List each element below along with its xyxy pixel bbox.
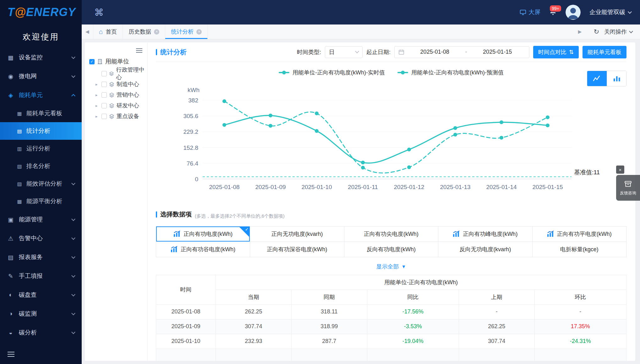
time-cell: 2025-01-10 — [156, 334, 216, 349]
chevron-icon — [71, 74, 75, 78]
tree-checkbox[interactable] — [101, 71, 107, 76]
menu-label: 手工填报 — [19, 272, 43, 280]
sidebar-menu-item[interactable]: ◉ 微电网 — [0, 67, 82, 86]
sidebar-menu-item[interactable]: ▣ 能源管理 — [0, 210, 82, 229]
sidebar-submenu-item[interactable]: ▦ 能耗单元看板 — [0, 105, 82, 122]
tree-root-checkbox[interactable]: ✓ — [89, 59, 95, 64]
sidebar-submenu-item[interactable]: ▩ 能源平衡分析 — [0, 193, 82, 210]
sidebar-submenu-item[interactable]: ▤ 统计分析 — [0, 122, 82, 140]
time-column-header: 时间 — [156, 275, 216, 304]
sidebar-menu-item[interactable]: ▦ 设备监控 — [0, 48, 82, 67]
sidebar-menu-item[interactable]: ◐ 碳盘查 — [0, 285, 82, 304]
table-cell: -19.04% — [367, 334, 459, 349]
time-type-select[interactable]: 日 — [325, 46, 363, 58]
tree-item[interactable]: ▸ 研发中心 — [96, 100, 147, 111]
time-point-compare-button[interactable]: 时间点对比 ⇅ — [533, 46, 579, 58]
tree-checkbox[interactable] — [101, 103, 107, 108]
tree-item[interactable]: ▸ 营销中心 — [96, 90, 147, 100]
org-label: 企业能管双碳 — [589, 8, 625, 16]
svg-text:kWh: kWh — [188, 87, 200, 93]
table-row: 2025-01-08 262.25318.11-17.56%-- — [156, 304, 626, 319]
data-item-cell[interactable]: 反向有功电度(kWh) — [344, 242, 438, 257]
user-avatar[interactable] — [566, 5, 581, 20]
tabs-scroll-left-icon[interactable]: ◀ — [82, 29, 93, 35]
data-item-cell[interactable]: 正向有功深谷电度(kWh) — [250, 242, 344, 257]
notifications-button[interactable]: 99+ — [549, 8, 557, 17]
data-item-cell[interactable]: 反向无功电度(kvarh) — [438, 242, 532, 257]
sidebar-menu-item[interactable]: ◒ 碳分析 — [0, 323, 82, 342]
content-area: ✓ 用能单位 ▸ 行政管理中心 ▸ 制造中心 ▸ 营销中心 ▸ 研发中心 ▸ 重… — [82, 39, 640, 364]
tree-item-label: 重点设备 — [117, 112, 139, 120]
sidebar-submenu-item[interactable]: ▨ 能效评估分析 — [0, 175, 82, 193]
menu-label: 微电网 — [19, 72, 37, 80]
org-switcher[interactable]: 企业能管双碳 — [589, 8, 631, 16]
tree-item[interactable]: ▸ 行政管理中心 — [96, 68, 147, 79]
energy-unit-icon: ◈ — [7, 92, 14, 99]
data-item-label: 反向有功电度(kWh) — [367, 246, 416, 253]
tree-item[interactable]: ▸ 重点设备 — [96, 111, 147, 122]
sidebar-menu-item[interactable]: ◑ 碳监测 — [0, 304, 82, 323]
table-cell: -17.56% — [367, 304, 459, 319]
data-item-cell[interactable]: 正向有功平电度(kWh) — [533, 226, 626, 242]
tab[interactable]: 历史数据 × — [123, 24, 165, 39]
logo-text: T — [8, 6, 15, 19]
caret-right-icon[interactable]: ▸ — [96, 93, 99, 97]
tab[interactable]: 统计分析 × — [165, 24, 208, 39]
sidebar-menu-group: ◑ 碳监测 — [0, 304, 82, 323]
table-cell: - — [534, 304, 626, 319]
caret-right-icon[interactable]: ▸ — [96, 114, 99, 119]
energy-unit-board-button[interactable]: 能耗单元看板 — [583, 46, 626, 58]
tree-checkbox[interactable] — [101, 82, 107, 87]
start-date-value[interactable]: 2025-01-08 — [407, 49, 463, 55]
big-screen-button[interactable]: 大屏 — [520, 8, 540, 16]
carbon-analysis-icon: ◒ — [7, 329, 14, 336]
end-date-value[interactable]: 2025-01-15 — [469, 49, 525, 55]
sidebar-menu-group: ◈ 能耗单元 ▦ 能耗单元看板 ▤ 统计分析 ▥ 运行分析 ▧ 排名分析 ▨ 能… — [0, 86, 82, 210]
sidebar-submenu-item[interactable]: ▧ 排名分析 — [0, 157, 82, 175]
caret-right-icon[interactable]: ▸ — [96, 103, 99, 108]
tab-close-icon[interactable]: × — [154, 29, 159, 35]
data-item-cell[interactable]: 正向有功谷电度(kWh) — [156, 242, 250, 257]
tree-collapse-icon[interactable] — [136, 50, 142, 51]
menu-label: 设备监控 — [19, 53, 43, 62]
tree-checkbox[interactable] — [101, 92, 107, 98]
command-icon[interactable]: ⌘ — [94, 7, 104, 18]
close-icon[interactable]: × — [616, 166, 624, 174]
sidebar-submenu-item[interactable]: ▥ 运行分析 — [0, 140, 82, 157]
data-item-cell[interactable]: 正向无功电度(kvarh) — [250, 226, 344, 242]
data-item-cell[interactable]: 正向有功尖电度(kWh) — [344, 226, 438, 242]
sidebar-menu-item[interactable]: ✎ 手工填报 — [0, 267, 82, 285]
sidebar-menu-group: ▦ 设备监控 — [0, 48, 82, 67]
bar-chart-toggle[interactable] — [607, 71, 626, 86]
sidebar-menu-item[interactable]: ▤ 报表服务 — [0, 248, 82, 267]
caret-right-icon[interactable]: ▸ — [96, 82, 99, 87]
notification-badge: 99+ — [549, 5, 562, 12]
tree-root-item[interactable]: ✓ 用能单位 — [85, 57, 147, 67]
legend-item[interactable]: 用能单位-正向有功电度(kWh)-实时值 — [279, 69, 385, 76]
line-chart-toggle[interactable] — [587, 71, 607, 86]
data-item-cell[interactable]: 正向有功峰电度(kWh) — [438, 226, 532, 242]
app-logo: T@ENERGY — [8, 6, 76, 19]
legend-label: 用能单位-正向有功电度(kWh)-预测值 — [411, 69, 504, 76]
filter-controls: 时间类型: 日 起止日期: 2025-01-08 - — [297, 46, 626, 58]
table-cell: 262.25 — [459, 319, 534, 334]
tab[interactable]: ⌂ 首页 — [93, 24, 123, 39]
collapse-menu-icon[interactable] — [8, 354, 14, 355]
time-type-value: 日 — [329, 48, 335, 56]
data-item-cell[interactable]: 正向有功电度(kWh) ✓ — [156, 226, 250, 242]
legend-item[interactable]: 用能单位-正向有功电度(kWh)-预测值 — [397, 69, 504, 76]
tree-checkbox[interactable] — [101, 114, 107, 119]
tabs: ⌂ 首页 历史数据 × 统计分析 × — [93, 24, 208, 39]
kanban-icon: ▦ — [16, 111, 23, 117]
data-item-cell[interactable]: 电折标量(kgce) — [533, 242, 626, 257]
tab-close-icon[interactable]: × — [196, 29, 202, 35]
sidebar-menu-item[interactable]: ⚠ 告警中心 — [0, 229, 82, 248]
sidebar-menu-item[interactable]: ◈ 能耗单元 — [0, 86, 82, 105]
date-range-input[interactable]: 2025-01-08 - 2025-01-15 — [394, 46, 529, 58]
table-body: 2025-01-08 262.25318.11-17.56%-- 2025-01… — [156, 304, 626, 361]
feedback-button[interactable]: 反馈咨询 — [616, 175, 640, 201]
tabs-scroll-right-icon[interactable]: ▶ — [574, 29, 586, 35]
show-all-button[interactable]: 显示全部 ▼ — [156, 262, 626, 271]
close-operations-dropdown[interactable]: 关闭操作 — [604, 28, 632, 35]
refresh-icon[interactable]: ↻ — [594, 28, 599, 35]
